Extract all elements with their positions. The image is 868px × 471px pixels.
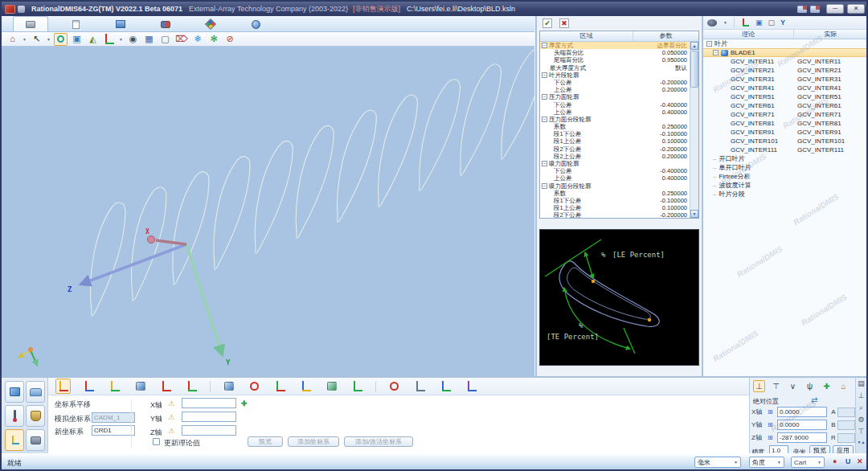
- block-button[interactable]: ⊘: [223, 33, 237, 46]
- csys-rps-icon[interactable]: [247, 379, 262, 394]
- param-row[interactable]: 头端百分比0.050000: [540, 49, 690, 56]
- param-row[interactable]: 下公差-0.200000: [540, 79, 690, 86]
- param-row[interactable]: 尾端百分比0.950000: [540, 56, 690, 63]
- csys-datum-icon[interactable]: [272, 379, 288, 394]
- y-offset-input[interactable]: [182, 412, 236, 422]
- z-offset-input[interactable]: [182, 425, 236, 436]
- param-row[interactable]: 段1下公差-0.100000: [540, 130, 690, 137]
- csys-translate-icon[interactable]: [55, 379, 71, 394]
- delete-button[interactable]: ⌦: [174, 33, 189, 46]
- tab-machine[interactable]: [13, 16, 48, 31]
- dock-probe-box-button[interactable]: [5, 381, 24, 403]
- workspace-icon[interactable]: [810, 6, 820, 13]
- update-theory-checkbox[interactable]: [153, 438, 160, 445]
- param-row[interactable]: −叶片段轮廓: [540, 72, 690, 79]
- param-row[interactable]: 系数0.250000: [540, 123, 690, 130]
- dock-tools-button[interactable]: [26, 429, 45, 451]
- strip-search-icon[interactable]: ⌕: [859, 404, 863, 412]
- quick-access-icon[interactable]: [18, 6, 25, 13]
- coord-dropdown[interactable]: Cart▼: [791, 457, 825, 468]
- refresh-position-icon[interactable]: ⇄: [811, 395, 817, 404]
- close-button[interactable]: ✕: [847, 4, 865, 14]
- sim-cs-input[interactable]: [92, 412, 135, 423]
- csys-offset-icon[interactable]: [298, 379, 313, 394]
- tree-section-row[interactable]: GCV_INTER101GCV_INTER101: [703, 137, 867, 145]
- tab-analysis[interactable]: [193, 16, 228, 31]
- tree-root-row[interactable]: −叶片: [703, 39, 867, 48]
- home-button[interactable]: ⌂: [6, 33, 19, 46]
- tree-filter-icon[interactable]: Y: [780, 19, 785, 27]
- strip-probe-icon[interactable]: ⊥: [858, 392, 865, 399]
- csys-cad-align-icon[interactable]: [221, 379, 236, 394]
- tree-item-row[interactable]: –波纹度计算: [703, 181, 867, 190]
- tree-section-row[interactable]: GCV_INTER21GCV_INTER21: [703, 66, 867, 75]
- home-dropdown-icon[interactable]: ▼: [22, 37, 27, 42]
- csys-display-button[interactable]: [102, 33, 116, 46]
- param-row[interactable]: 段2下公差-0.200000: [540, 211, 690, 219]
- csys-bestfit-icon[interactable]: [158, 379, 174, 394]
- probe-t-icon[interactable]: ⊤: [770, 380, 782, 392]
- tab-display[interactable]: [103, 16, 138, 31]
- point-cloud-button[interactable]: ❄: [191, 33, 205, 46]
- tab-program[interactable]: [148, 16, 183, 31]
- param-row[interactable]: 系数0.250000: [540, 190, 690, 197]
- angle-dropdown[interactable]: 角度▼: [749, 457, 784, 468]
- tree-section-row[interactable]: GCV_INTER61GCV_INTER61: [703, 101, 867, 110]
- collapse-icon[interactable]: −: [542, 72, 547, 78]
- column-region[interactable]: 区域: [540, 31, 633, 41]
- param-row[interactable]: 最大厚度方式默认: [540, 64, 690, 72]
- strip-probe2-icon[interactable]: ⊤: [858, 428, 865, 436]
- csys-part-align-icon[interactable]: [324, 379, 339, 394]
- param-row[interactable]: 段1上公差0.100000: [540, 204, 690, 211]
- step-grid-icon[interactable]: ⊞: [768, 421, 777, 428]
- collapse-icon[interactable]: −: [713, 50, 719, 55]
- add-activate-csys-button[interactable]: 添加/激活坐标系: [344, 436, 413, 447]
- view-refresh-button[interactable]: [54, 33, 68, 46]
- add-csys-button[interactable]: 添加坐标系: [288, 436, 339, 447]
- layout-icon[interactable]: [797, 6, 807, 13]
- zoom-region-button[interactable]: ▣: [70, 33, 84, 46]
- csys-plane-line-point-icon[interactable]: [133, 379, 148, 394]
- cursor-dropdown-icon[interactable]: ▼: [46, 37, 51, 42]
- param-row[interactable]: −厚度方式边界百分比: [540, 42, 690, 49]
- notebook-icon[interactable]: ▤: [858, 380, 865, 387]
- csys-recall-icon[interactable]: [387, 379, 402, 394]
- param-row[interactable]: −吸力面分段轮廓: [540, 182, 690, 190]
- csys-321-icon[interactable]: [107, 379, 122, 394]
- minimize-button[interactable]: ─: [826, 4, 844, 14]
- x-offset-input[interactable]: [182, 398, 236, 408]
- rotary-B-input[interactable]: [837, 420, 855, 430]
- tree-window-icon[interactable]: ▣: [755, 19, 763, 27]
- rotary-R-input[interactable]: [837, 433, 855, 443]
- probe-mode-icon[interactable]: ⊥: [753, 380, 765, 392]
- param-row[interactable]: −吸力面轮廓: [540, 160, 690, 167]
- confirm-icon[interactable]: ✔: [542, 18, 552, 28]
- param-row[interactable]: 段2上公差0.200000: [540, 153, 690, 160]
- column-theory[interactable]: 理论: [703, 30, 794, 39]
- param-row[interactable]: 下公差-0.400000: [540, 101, 690, 109]
- tree-section-row[interactable]: GCV_INTER31GCV_INTER31: [703, 75, 867, 84]
- probe-angle-icon[interactable]: ∨: [787, 380, 799, 392]
- collapse-icon[interactable]: −: [542, 117, 547, 122]
- tree-blade-row[interactable]: −BLADE1: [703, 48, 867, 57]
- select-cursor-button[interactable]: ↖: [30, 33, 43, 46]
- tree-section-row[interactable]: GCV_INTER51GCV_INTER51: [703, 92, 867, 101]
- view-options-icon[interactable]: [707, 19, 717, 27]
- machine-home-icon[interactable]: ⌂: [837, 380, 850, 392]
- capture-button[interactable]: ▢: [158, 33, 172, 46]
- csys-rotate-icon[interactable]: [81, 379, 96, 394]
- step-grid-icon[interactable]: ⊞: [768, 408, 777, 416]
- column-parameter[interactable]: 参数: [633, 31, 698, 41]
- csys-axis-build-icon[interactable]: [350, 379, 365, 394]
- machine-Z轴-value-input[interactable]: [777, 432, 827, 443]
- machine-Y轴-value-input[interactable]: [777, 420, 827, 430]
- csys-misc-cs-icon[interactable]: [464, 379, 479, 394]
- column-actual[interactable]: 实际: [794, 30, 867, 39]
- machine-X轴-value-input[interactable]: [777, 407, 827, 417]
- add-probe-icon[interactable]: ✚: [821, 380, 833, 392]
- param-row[interactable]: −压力面分段轮廓: [540, 116, 690, 123]
- tab-web[interactable]: [238, 16, 273, 31]
- joystick-icon[interactable]: ψ: [804, 380, 816, 392]
- strip-scroll-icons[interactable]: ▼▲: [858, 440, 866, 444]
- collapse-icon[interactable]: −: [542, 94, 547, 100]
